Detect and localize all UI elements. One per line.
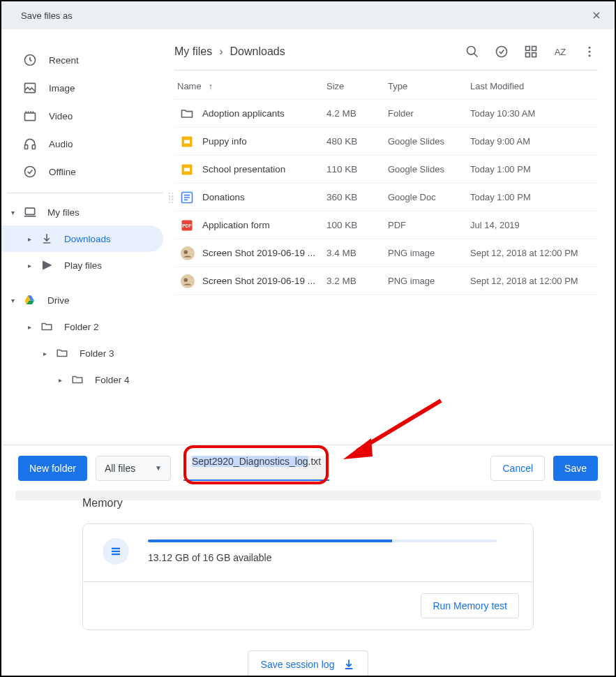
play-icon [39,258,54,273]
file-type-icon [174,191,202,204]
svg-rect-6 [25,208,34,214]
breadcrumb-current: Downloads [230,45,285,58]
tree-downloads[interactable]: ▸ Downloads [1,225,163,252]
col-size[interactable]: Size [326,81,388,91]
more-icon[interactable] [581,43,598,60]
file-size: 100 KB [326,220,388,230]
file-name: Donations [202,192,326,202]
audio-icon [22,136,38,151]
col-type[interactable]: Type [388,81,470,91]
save-session-log-button[interactable]: Save session log [248,650,369,677]
offline-toggle-icon[interactable] [493,43,510,60]
sidebar-item-audio[interactable]: Audio [1,130,174,158]
svg-point-14 [589,51,591,53]
file-type-icon [174,163,202,177]
chevron-right-icon: ▸ [43,350,50,357]
file-size: 3.4 MB [326,248,388,258]
file-type: Google Slides [388,136,470,147]
tree-my-files[interactable]: ▾ My files [1,199,174,225]
memory-icon [103,538,129,565]
file-name: Adoption applicants [202,108,326,119]
save-button[interactable]: Save [553,456,598,481]
breadcrumb-root[interactable]: My files [174,45,212,58]
svg-rect-4 [32,145,35,149]
cancel-button[interactable]: Cancel [490,456,545,481]
file-type-icon [174,135,202,149]
video-icon [22,108,38,124]
tree-folder-3[interactable]: ▸ Folder 3 [1,340,174,366]
svg-point-24 [184,250,188,254]
svg-point-25 [181,274,195,288]
resize-handle[interactable]: ⠿⠿ [167,195,175,202]
run-memory-test-button[interactable]: Run Memory test [421,593,519,618]
file-list: Adoption applicants4.2 MBFolderToday 10:… [174,100,598,295]
svg-rect-3 [25,145,28,149]
file-pane: My files › Downloads AZ Name ↑ Size Type… [174,29,615,445]
svg-point-13 [589,47,591,49]
close-icon[interactable] [591,10,602,21]
sidebar-item-offline[interactable]: Offline [1,158,174,186]
laptop-icon [22,204,38,220]
file-row[interactable]: Donations360 KBGoogle DocToday 1:00 PM [174,184,598,211]
svg-point-15 [589,54,591,57]
col-name[interactable]: Name ↑ [174,81,326,91]
file-size: 110 KB [326,164,388,174]
col-modified[interactable]: Last Modified [470,81,598,91]
file-row[interactable]: Puppy info480 KBGoogle SlidesToday 9:00 … [174,128,598,156]
sort-icon[interactable]: AZ [552,43,569,60]
sidebar-item-recent[interactable]: Recent [1,46,174,74]
svg-rect-17 [184,140,190,143]
save-session-log: Save session log [248,650,369,677]
file-modified: Sept 12, 2018 at 12:00 PM [470,248,598,258]
file-name: Screen Shot 2019-06-19 ... [202,276,326,286]
file-type-icon [174,107,202,121]
tree-label: My files [47,207,80,218]
grid-view-icon[interactable] [523,43,539,60]
sidebar-item-video[interactable]: Video [1,102,174,130]
svg-point-8 [497,47,507,57]
svg-point-7 [467,47,476,55]
tree-playfiles[interactable]: ▸ Play files [1,252,174,278]
filename-input[interactable]: Sept2920_Diagnostics_log.txt [183,456,329,481]
memory-title: Memory [82,497,534,509]
tree-label: Folder 2 [64,322,99,332]
chevron-down-icon: ▾ [11,209,18,216]
tree-folder-4[interactable]: ▸ Folder 4 [1,366,174,393]
file-row[interactable]: School presentation110 KBGoogle SlidesTo… [174,156,598,184]
memory-progress [148,540,497,542]
file-row[interactable]: Screen Shot 2019-06-19 ...3.2 MBPNG imag… [174,267,598,295]
svg-rect-10 [532,47,536,51]
filetype-dropdown[interactable]: All files ▼ [96,456,171,481]
sidebar-item-image[interactable]: Image [1,74,174,102]
file-row[interactable]: PDFApplication form100 KBPDFJul 14, 2019 [174,211,598,239]
file-type-icon: PDF [174,218,202,232]
folder-icon [54,345,70,361]
file-size: 3.2 MB [326,276,388,286]
sort-arrow-icon: ↑ [209,81,213,91]
memory-text: 13.12 GB of 16 GB available [148,552,511,563]
tree-drive[interactable]: ▾ Drive [1,287,174,313]
tree-folder-2[interactable]: ▸ Folder 2 [1,313,174,340]
file-type: PDF [388,220,470,230]
file-row[interactable]: Screen Shot 2019-06-19 ...3.4 MBPNG imag… [174,239,598,267]
svg-rect-2 [25,113,36,121]
sidebar-item-label: Image [49,83,75,94]
file-type-icon [174,274,202,289]
new-folder-button[interactable]: New folder [18,456,87,481]
file-name: Screen Shot 2019-06-19 ... [202,248,326,258]
file-row[interactable]: Adoption applicants4.2 MBFolderToday 10:… [174,100,598,128]
file-type: Google Slides [388,164,470,174]
file-name: School presentation [202,164,326,174]
drive-icon [22,292,38,308]
folder-icon [39,319,54,334]
sidebar: Recent Image Video Audio Offline ▾ [1,29,174,445]
file-name: Puppy info [202,136,326,147]
file-modified: Sept 12, 2018 at 12:00 PM [470,276,598,286]
file-modified: Today 9:00 AM [470,136,598,147]
download-icon [343,658,355,671]
file-size: 4.2 MB [326,108,388,119]
search-icon[interactable] [464,43,481,60]
tree-label: Folder 4 [95,375,130,385]
image-icon [22,80,38,96]
dialog-title: Save files as [21,10,73,21]
